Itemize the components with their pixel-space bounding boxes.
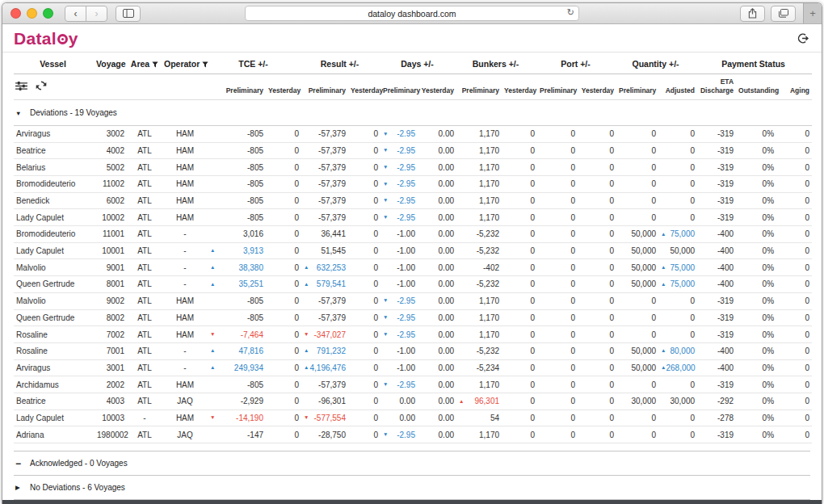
column-sub-yesterday[interactable]: Yesterday [348, 74, 380, 100]
table-row[interactable]: Lady Capulet10001ATL-▲3,913051,5450-1.00… [14, 242, 812, 259]
column-group-voyage[interactable]: Voyage [95, 52, 127, 74]
table-row[interactable]: Adriana1980002ATLJAQ-1470-28,7500▼-2.950… [14, 426, 812, 443]
back-button[interactable]: ‹ [65, 6, 86, 22]
cell-vessel: Bromodideuterio [14, 176, 95, 193]
column-sub-yesterday[interactable]: Yesterday [578, 74, 616, 100]
table-row[interactable]: Rosaline7002ATLHAM▼-7,4640▼-347,0270▼-2.… [14, 326, 812, 343]
down-arrow-icon: ▼ [210, 332, 215, 338]
traffic-light-minimize[interactable] [27, 8, 37, 19]
column-label: Vessel [40, 59, 66, 69]
column-group-operator[interactable]: Operator [162, 52, 208, 74]
sidebar-toggle-button[interactable] [116, 6, 141, 22]
cell-port-preliminary: 0 [537, 376, 578, 393]
cell-value: 0 [373, 296, 378, 305]
column-sub-aging[interactable]: Aging [776, 74, 812, 100]
column-sub-outstanding[interactable]: Outstanding [736, 74, 776, 100]
column-sub-preliminary[interactable]: Preliminary [537, 74, 578, 100]
share-button[interactable] [740, 6, 765, 22]
column-sub-preliminary[interactable]: Preliminary [380, 74, 418, 100]
cell-value: 0 [530, 146, 535, 155]
cell-value: 249,934 [234, 363, 263, 372]
tab-overview-button[interactable] [771, 6, 796, 22]
table-row[interactable]: Belarius5002ATLHAM-8050-57,3790▼-2.950.0… [14, 159, 812, 176]
cell-value: 0 [530, 179, 535, 188]
cell-value: 0 [690, 380, 695, 389]
reload-icon[interactable]: ↻ [567, 7, 574, 18]
column-sub-preliminary[interactable]: Preliminary [456, 74, 502, 100]
cell-result-preliminary: 36,441 [301, 226, 348, 243]
cell-area: ATL [127, 292, 162, 309]
column-settings-button[interactable] [15, 81, 27, 91]
column-group-payment-status[interactable]: Payment Status [697, 52, 812, 74]
cell-vessel: Benedick [14, 192, 95, 209]
table-row[interactable]: Bromodideuterio11001ATL-3,016036,4410-1.… [14, 226, 812, 243]
column-sub-yesterday[interactable]: Yesterday [502, 74, 537, 100]
cell-operator: HAM [162, 309, 208, 326]
table-row[interactable]: Queen Gertrude8001ATL-▲35,2510▲579,5410-… [14, 276, 812, 293]
table-row[interactable]: Bromodideuterio11002ATLHAM-8050-57,3790▼… [14, 176, 812, 193]
cell-days-preliminary: ▼-2.95 [380, 125, 418, 142]
cell-value: 0 [651, 213, 656, 222]
cell-aging: 0 [776, 309, 812, 326]
sign-out-button[interactable] [797, 32, 809, 44]
section-header-no-deviations-6-voyages[interactable]: ▶No Deviations - 6 Voyages [14, 476, 810, 500]
column-sub-preliminary[interactable]: Preliminary [616, 74, 658, 100]
table-row[interactable]: Archidamus2002ATLHAM-8050-57,3790▼-2.950… [14, 376, 812, 393]
column-group-tce[interactable]: TCE +/- [208, 52, 301, 74]
cell-value: 0 [651, 196, 656, 205]
table-row[interactable]: Queen Gertrude8002ATLHAM-8050-57,3790▼-2… [14, 309, 812, 326]
column-sub-preliminary[interactable]: Preliminary [301, 74, 348, 100]
cell-value: 0 [609, 363, 614, 372]
forward-button[interactable]: › [86, 6, 107, 22]
table-row[interactable]: Lady Capulet10002ATLHAM-8050-57,3790▼-2.… [14, 209, 812, 226]
cell-eta-discharge: -400 [697, 226, 736, 243]
column-sub-yesterday[interactable]: Yesterday [266, 74, 301, 100]
address-bar[interactable]: dataloy dashboard.com ↻ [245, 6, 579, 21]
cell-area: ATL [127, 142, 162, 159]
cell-voyage: 2002 [95, 376, 127, 393]
table-row[interactable]: Arviragus3002ATLHAM-8050-57,3790▼-2.950.… [14, 125, 812, 142]
table-row[interactable]: Lady Capulet10003-HAM▼-14,1900▼-577,5540… [14, 410, 812, 426]
cell-value: 0 [690, 179, 695, 188]
table-row[interactable]: Arviragus3001ATL-▲249,9340▲4,196,4760-1.… [14, 359, 812, 376]
column-sub-adjusted[interactable]: Adjusted [658, 74, 697, 100]
column-group-bunkers[interactable]: Bunkers +/- [456, 52, 537, 74]
section-header-acknowledged-0-voyages[interactable]: −Acknowledged - 0 Voyages [14, 452, 810, 476]
column-sub-yesterday[interactable]: Yesterday [418, 74, 456, 100]
table-row[interactable]: Beatrice4002ATLHAM-8050-57,3790▼-2.950.0… [14, 142, 812, 159]
table-row[interactable]: Malvolio9002ATLHAM-8050-57,3790▼-2.950.0… [14, 292, 812, 309]
column-sub-eta-discharge[interactable]: ETA Discharge [697, 74, 736, 100]
cell-value: 50,000 [670, 246, 695, 255]
traffic-light-close[interactable] [11, 8, 21, 19]
cell-result-preliminary: -57,379 [301, 125, 348, 142]
column-group-days[interactable]: Days +/- [380, 52, 456, 74]
cell-vessel: Bromodideuterio [14, 226, 95, 243]
cell-voyage: 5002 [95, 159, 127, 176]
column-sub-preliminary[interactable]: Preliminary [208, 74, 266, 100]
column-group-quantity[interactable]: Quantity +/- [616, 52, 697, 74]
column-group-port[interactable]: Port +/- [537, 52, 616, 74]
table-row[interactable]: Malvolio9001ATL-▲38,3800▲632,2530-1.000.… [14, 259, 812, 276]
cell-value: 80,000 [670, 346, 695, 355]
cell-value: 0 [805, 129, 809, 138]
cell-eta-discharge: -278 [697, 410, 736, 426]
refresh-button[interactable] [36, 80, 47, 91]
table-row[interactable]: Benedick6002ATLHAM-8050-57,3790▼-2.950.0… [14, 192, 812, 209]
filter-icon[interactable] [152, 61, 158, 68]
new-tab-button[interactable]: + [803, 3, 822, 23]
column-group-result[interactable]: Result +/- [301, 52, 380, 74]
column-group-area[interactable]: Area [127, 52, 162, 74]
cell-value: 0 [609, 380, 614, 389]
cell-value: 0 [805, 296, 809, 305]
cell-value: 0 [570, 229, 575, 238]
filter-icon[interactable] [202, 61, 208, 68]
traffic-light-zoom[interactable] [43, 8, 53, 19]
table-row[interactable]: Rosaline7001ATL-▲47,8160▲791,2320-1.000.… [14, 342, 812, 359]
table-row[interactable]: Beatrice4003ATLJAQ-2,9290-96,30100.000.0… [14, 393, 812, 410]
section-header-deviations-19-voyages[interactable]: ▼Deviations - 19 Voyages [14, 100, 812, 126]
cell-value: 0% [763, 179, 774, 188]
cell-value: 0% [763, 397, 774, 405]
cell-outstanding: 0% [736, 393, 776, 410]
column-group-vessel[interactable]: Vessel [14, 52, 95, 74]
cell-days-preliminary: -1.00 [380, 259, 418, 276]
